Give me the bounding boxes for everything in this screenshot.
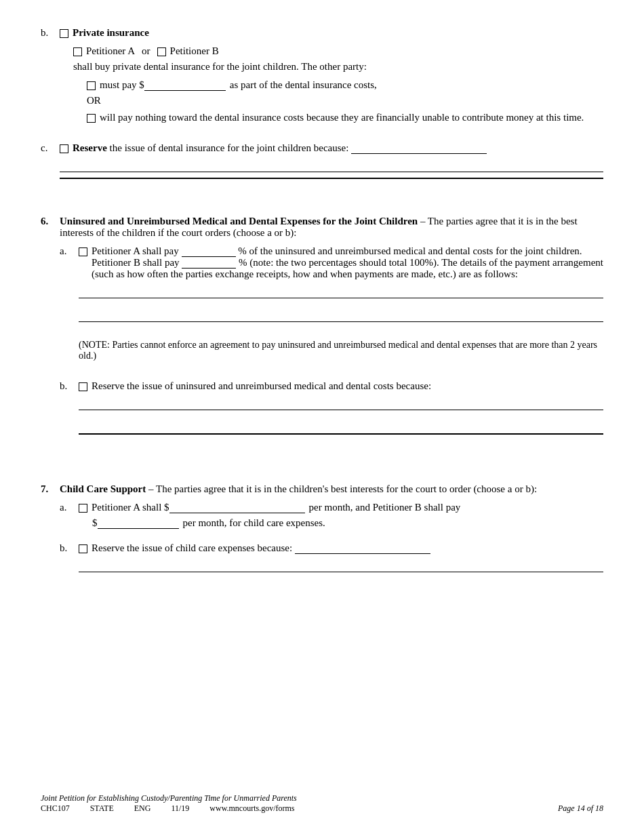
letter-7b: b. [60, 542, 79, 554]
checkbox-6b[interactable] [79, 382, 87, 391]
checkbox-petitioner-b[interactable] [157, 47, 166, 56]
letter-b: b. [41, 27, 60, 39]
section-6: 6. Uninsured and Unreimbursed Medical an… [41, 216, 603, 239]
6a-note: (NOTE: Parties cannot enforce an agreeme… [79, 340, 603, 361]
section-7: 7. Child Care Support – The parties agre… [41, 483, 603, 495]
footer-website: www.mncourts.gov/forms [209, 803, 294, 814]
footer-form-number: CHC107 [41, 803, 70, 814]
letter-7a: a. [60, 502, 79, 513]
footer-state: STATE [90, 803, 114, 814]
section-7-dash-text: – The parties agree that it is in the ch… [148, 483, 537, 494]
section-b-private-insurance: b. Private insurance Petitioner A or Pet… [41, 27, 603, 123]
6a-pct-field[interactable] [182, 246, 236, 257]
section-c-reserve: c. Reserve the issue of dental insurance… [41, 142, 603, 184]
letter-c: c. [41, 142, 60, 154]
6a-pct2: % [239, 257, 247, 268]
6a-line-1 [79, 298, 603, 298]
6b-text: Reserve the issue of uninsured and unrei… [92, 380, 431, 392]
or-standalone: OR [87, 95, 101, 106]
petitioner-b-label: Petitioner B [170, 45, 219, 57]
checkbox-7a[interactable] [79, 504, 87, 513]
or-text-inline: or [142, 45, 150, 57]
footer-italic: Joint Petition for Establishing Custody/… [41, 793, 297, 803]
checkbox-6a[interactable] [79, 247, 87, 256]
6a-line-2 [79, 321, 603, 322]
reserve-text: the issue of dental insurance for the jo… [110, 142, 349, 153]
7b-line-1 [79, 572, 603, 572]
checkbox-will-pay-nothing[interactable] [87, 114, 96, 123]
footer-lang: ENG [134, 803, 151, 814]
section-6b: b. Reserve the issue of uninsured and un… [60, 380, 603, 440]
checkbox-b-private[interactable] [60, 29, 68, 38]
checkbox-petitioner-a[interactable] [73, 47, 82, 56]
dollar-sign: $ [92, 517, 98, 529]
line-2-c [60, 178, 603, 179]
as-part-text: as part of the dental insurance costs, [230, 79, 377, 91]
footer-date: 11/19 [171, 803, 189, 814]
7b-because-field[interactable] [295, 543, 430, 554]
section-7-title: Child Care Support [60, 483, 146, 494]
checkbox-7b[interactable] [79, 544, 87, 553]
section-7-number: 7. [41, 483, 60, 495]
section-6a: a. Petitioner A shall pay % of the unins… [60, 245, 603, 361]
reserve-bold: Reserve [73, 142, 107, 153]
petitioner-a-label: Petitioner A [86, 45, 135, 57]
section-6-number: 6. [41, 216, 60, 227]
6a-pct-b-field[interactable] [182, 258, 236, 269]
section-7a: a. Petitioner A shall $ per month, and P… [60, 502, 603, 529]
will-pay-text: will pay nothing toward the dental insur… [100, 112, 584, 123]
6b-line-2 [79, 433, 603, 435]
footer-page-info: Page 14 of 18 [558, 803, 603, 814]
6a-text-before: Petitioner A shall pay [92, 245, 179, 256]
checkbox-must-pay[interactable] [87, 81, 96, 90]
6b-line-1 [79, 410, 603, 410]
shall-buy-text: shall buy private dental insurance for t… [73, 61, 367, 72]
7a-amount-field[interactable] [169, 502, 305, 513]
letter-6b: b. [60, 380, 79, 392]
section-6-title: Uninsured and Unreimbursed Medical and D… [60, 216, 418, 226]
reserve-because-field[interactable] [351, 143, 487, 154]
7a-amount-b-field[interactable] [98, 518, 179, 529]
7a-per-month: per month, for child care expenses. [183, 517, 325, 529]
7a-text-mid: per month, and Petitioner B shall pay [309, 502, 461, 513]
must-pay-amount[interactable] [144, 80, 226, 91]
line-1-c [60, 172, 603, 172]
must-pay-label: must pay $ [100, 79, 144, 91]
7b-text: Reserve the issue of child care expenses… [92, 542, 292, 553]
checkbox-c-reserve[interactable] [60, 144, 68, 153]
private-insurance-title: Private insurance [73, 27, 149, 39]
7a-text-before: Petitioner A shall $ [92, 502, 169, 513]
section-7b: b. Reserve the issue of child care expen… [60, 542, 603, 578]
footer: Joint Petition for Establishing Custody/… [41, 793, 603, 814]
6a-pct: % [238, 245, 247, 256]
letter-6a: a. [60, 245, 79, 257]
